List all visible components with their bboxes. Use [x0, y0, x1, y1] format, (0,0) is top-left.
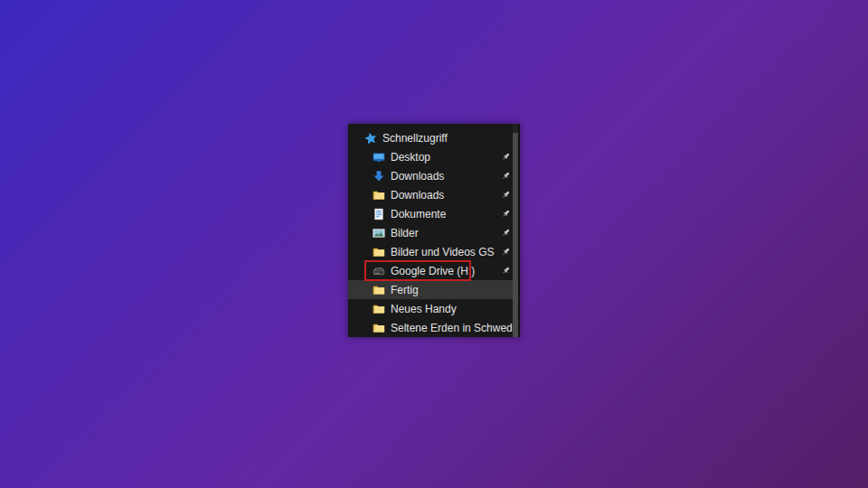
nav-item[interactable]: Schnellzugriff — [348, 128, 513, 147]
nav-item-label: Desktop — [391, 151, 430, 164]
nav-item-label: Bilder und Videos GS — [391, 246, 495, 258]
nav-item[interactable]: Desktop — [348, 147, 513, 166]
nav-item[interactable]: Google Drive (H:) — [348, 261, 513, 280]
nav-item[interactable]: Neues Handy — [348, 299, 513, 318]
folder-icon — [373, 303, 385, 315]
folder-icon — [373, 322, 385, 334]
picture-icon — [373, 227, 385, 239]
pin-icon — [501, 228, 511, 238]
nav-item-label: Seltene Erden in Schweden — [391, 322, 520, 334]
nav-item[interactable]: Downloads — [348, 185, 513, 204]
pin-icon — [501, 209, 511, 219]
nav-item-label: Downloads — [391, 189, 444, 202]
nav-item[interactable]: Bilder — [348, 223, 513, 242]
download-arrow-icon — [373, 170, 385, 183]
nav-item[interactable]: Dokumente — [348, 204, 513, 223]
nav-list: Schnellzugriff Desktop Downloads Downloa… — [348, 124, 520, 337]
quick-access-star-icon — [364, 132, 377, 145]
nav-item-label: Bilder — [391, 227, 419, 239]
nav-item-label: Dokumente — [391, 208, 446, 221]
nav-item-label: Downloads — [391, 170, 444, 183]
folder-icon — [373, 189, 385, 202]
quick-access-navigation-pane: Schnellzugriff Desktop Downloads Downloa… — [348, 124, 520, 337]
nav-item-label: Schnellzugriff — [382, 132, 448, 145]
pin-icon — [501, 152, 511, 162]
panel-edge — [518, 124, 520, 337]
pin-icon — [501, 190, 511, 200]
nav-item-label: Google Drive (H:) — [391, 265, 475, 277]
nav-item[interactable]: Fertig — [348, 280, 513, 299]
pin-icon — [501, 266, 511, 276]
folder-icon — [373, 284, 385, 296]
document-icon — [373, 208, 385, 221]
nav-item[interactable]: Downloads — [348, 166, 513, 185]
pin-icon — [501, 171, 511, 181]
hard-drive-icon — [373, 265, 385, 277]
desktop-monitor-icon — [373, 151, 385, 164]
nav-item-label: Fertig — [391, 284, 419, 296]
nav-item-label: Neues Handy — [391, 303, 457, 315]
nav-item[interactable]: Bilder und Videos GS — [348, 242, 513, 261]
pin-icon — [501, 247, 511, 257]
nav-item[interactable]: Seltene Erden in Schweden — [348, 318, 513, 337]
folder-icon — [373, 246, 385, 258]
